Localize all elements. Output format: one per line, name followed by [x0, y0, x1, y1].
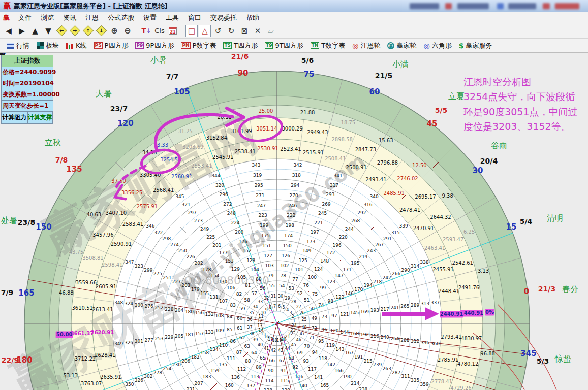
svg-text:2440.91: 2440.91 [440, 311, 463, 317]
sectors-view-button[interactable]: 板块 [35, 41, 60, 51]
svg-text:121: 121 [340, 312, 349, 317]
svg-text:133: 133 [205, 330, 214, 335]
calc-support-button[interactable]: 计算支撑 [27, 112, 53, 123]
svg-text:181: 181 [185, 332, 194, 337]
kline-view-button[interactable]: K线 [65, 41, 88, 51]
svg-text:66: 66 [269, 358, 275, 363]
svg-text:7/7: 7/7 [166, 73, 179, 81]
svg-text:77: 77 [292, 277, 298, 282]
menu-item-9[interactable]: 帮助 [241, 12, 264, 23]
calc-resistance-button[interactable]: 计算阻力 [2, 112, 27, 123]
p-square-view-button[interactable]: PSP四方形 [92, 41, 130, 51]
rotate-ccw-button[interactable]: ↺ [212, 25, 224, 37]
calendar-button[interactable]: 21 [167, 25, 179, 37]
svg-text:64: 64 [251, 350, 257, 355]
rotate-cw-button[interactable]: ↻ [225, 25, 237, 37]
analysis-annotation: 江恩时空分析图3254点失守，向下波段循环是90度3051点，中间过度位是320… [463, 75, 588, 135]
svg-text:314: 314 [411, 264, 419, 269]
svg-text:165: 165 [320, 383, 329, 388]
svg-text:60: 60 [369, 87, 380, 96]
winner-wheel-view-button[interactable]: 赢赢家轮 [386, 41, 418, 51]
svg-text:112: 112 [237, 367, 246, 372]
panel-row-0: 价格=2440.9099 [2, 67, 53, 78]
t-square-view-button[interactable]: TST四方形 [222, 41, 259, 51]
menu-item-0[interactable]: 文件 [14, 12, 36, 23]
gann-wheel-view-button[interactable]: ◎江恩轮 [351, 41, 382, 51]
svg-text:217: 217 [381, 307, 389, 312]
pan-down-button[interactable]: ↓ [95, 25, 107, 37]
menu-item-1[interactable]: 浏览 [36, 12, 58, 23]
svg-text:153: 153 [225, 258, 234, 264]
menu-item-8[interactable]: 交易委托 [206, 12, 241, 23]
svg-text:谷雨: 谷雨 [491, 141, 507, 150]
svg-text:23: 23 [290, 328, 295, 333]
svg-text:150: 150 [36, 222, 51, 232]
crosshair-button[interactable]: ✕ [252, 25, 264, 37]
svg-text:335: 335 [411, 378, 419, 383]
winner-service-view-button[interactable]: $赢家服务 [457, 41, 494, 51]
svg-text:204: 204 [175, 308, 183, 313]
p-table-view-button[interactable]: PNP数字表 [179, 41, 218, 51]
winner-service-icon: $ [459, 42, 464, 50]
svg-text:72: 72 [312, 326, 317, 331]
svg-text:5/3: 5/3 [537, 357, 549, 365]
eraser-button[interactable]: ▱ [265, 25, 277, 37]
hexagon-view-button[interactable]: ◎六角形 [422, 41, 453, 51]
svg-text:205: 205 [175, 334, 183, 339]
zoom-out-button[interactable]: ⊖ [121, 25, 134, 37]
zoom-in-button[interactable]: ⊕ [108, 25, 120, 37]
nav-down-button[interactable]: ▼ [42, 25, 54, 37]
menu-item-2[interactable]: 资讯 [58, 12, 81, 23]
9t-square-view-button[interactable]: T99T四方形 [263, 41, 305, 51]
svg-text:53: 53 [289, 286, 294, 291]
svg-text:4780.12: 4780.12 [457, 361, 478, 367]
svg-text:346: 346 [146, 223, 154, 229]
svg-text:91: 91 [281, 368, 286, 373]
svg-text:276: 276 [145, 304, 153, 309]
t-table-view-button[interactable]: TNT数字表 [309, 41, 347, 51]
svg-text:202: 202 [194, 261, 203, 266]
svg-text:40: 40 [258, 343, 263, 347]
svg-text:145: 145 [350, 310, 359, 315]
svg-text:319: 319 [253, 173, 262, 178]
svg-text:342: 342 [293, 162, 302, 168]
pan-right-button[interactable]: → [69, 25, 81, 37]
menu-item-3[interactable]: 江恩 [81, 12, 103, 23]
index-info-panel: 上证指数 价格=2440.9099时间=20190104变换系数=1.00000… [1, 55, 53, 124]
svg-text:315: 315 [391, 230, 400, 235]
pan-up-button[interactable]: ↑ [82, 25, 94, 37]
svg-text:150: 150 [283, 243, 292, 248]
svg-text:318: 318 [292, 173, 301, 178]
svg-text:295: 295 [255, 183, 263, 188]
square-tool-button[interactable]: □ [185, 25, 198, 37]
9p-square-view-button[interactable]: P99P四方形 [134, 41, 175, 51]
box-x-button[interactable]: ⊠ [238, 25, 251, 37]
nav-up-button[interactable]: ▲ [29, 25, 41, 37]
svg-text:140: 140 [299, 383, 307, 388]
svg-text:297: 297 [188, 210, 197, 215]
svg-text:105: 105 [174, 87, 190, 96]
pan-left-button[interactable]: ← [55, 25, 68, 37]
triangle-tool-button[interactable]: △ [199, 25, 211, 37]
svg-text:小暑: 小暑 [150, 55, 167, 65]
t-down-button[interactable]: T↓ [140, 25, 152, 37]
svg-text:8: 8 [269, 305, 271, 310]
svg-text:65: 65 [260, 355, 265, 361]
nav-first-button[interactable]: ◀ [3, 25, 15, 37]
nav-last-button[interactable]: ▶ [16, 25, 28, 37]
quotes-icon [7, 43, 14, 49]
svg-text:0: 0 [524, 287, 529, 296]
svg-text:178: 178 [202, 267, 211, 272]
svg-text:120: 120 [117, 119, 133, 128]
titlebar-blurred-item [508, 3, 536, 9]
quotes-view-button[interactable]: 行情 [5, 41, 31, 51]
svg-text:2463.41: 2463.41 [424, 245, 445, 251]
cls-button[interactable]: Cls [153, 25, 166, 37]
menu-item-5[interactable]: 设置 [139, 12, 161, 23]
menu-item-6[interactable]: 工具 [161, 12, 183, 23]
menu-item-4[interactable]: 公式选股 [103, 12, 139, 23]
svg-text:15.63: 15.63 [379, 138, 393, 143]
menu-item-7[interactable]: 窗口 [183, 12, 206, 23]
svg-text:290: 290 [401, 268, 410, 273]
svg-text:100: 100 [308, 275, 317, 280]
